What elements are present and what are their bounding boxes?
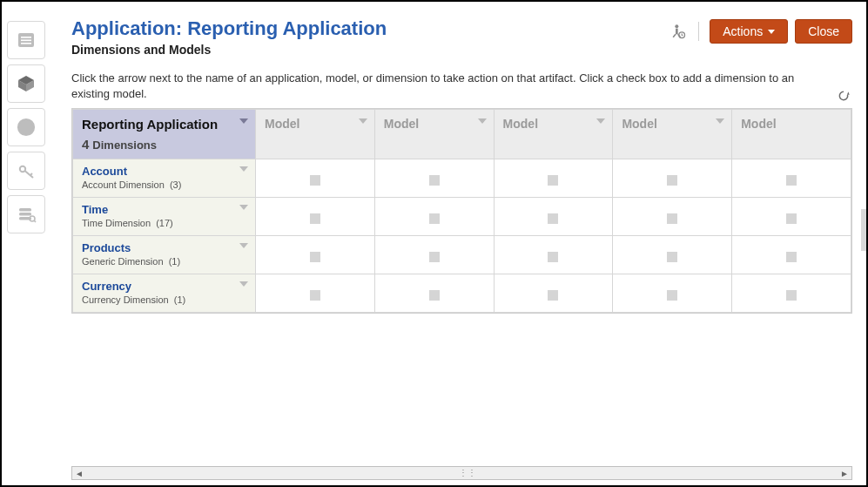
nav-key-icon[interactable]	[7, 152, 45, 190]
model-cell	[732, 159, 851, 198]
model-cell	[494, 274, 613, 313]
table-row: CurrencyCurrency Dimension (1)	[73, 274, 851, 313]
actions-button[interactable]: Actions	[710, 19, 788, 44]
close-button[interactable]: Close	[795, 19, 852, 44]
grid-header-row: Reporting Application 4Dimensions Model …	[73, 110, 851, 159]
model-cell	[374, 159, 494, 198]
dimension-menu-caret[interactable]	[239, 166, 248, 172]
table-row: TimeTime Dimension (17)	[73, 198, 851, 236]
dimension-menu-caret[interactable]	[239, 243, 248, 248]
svg-rect-2	[21, 40, 31, 42]
model-cell	[732, 274, 851, 313]
model-menu-caret[interactable]	[716, 118, 724, 124]
dimension-name[interactable]: Products	[82, 241, 246, 254]
model-header-1: Model	[256, 110, 375, 159]
instruction-text: Click the arrow next to the name of an a…	[71, 71, 852, 101]
left-nav	[7, 21, 50, 233]
dimension-meta: Account Dimension (3)	[82, 179, 246, 190]
dimension-name[interactable]: Time	[82, 203, 246, 216]
app-header-cell: Reporting Application 4Dimensions	[73, 110, 256, 159]
refresh-icon[interactable]	[837, 89, 851, 103]
model-cell	[494, 159, 613, 198]
chevron-down-icon	[768, 30, 775, 34]
model-menu-caret[interactable]	[359, 118, 367, 124]
svg-rect-17	[676, 29, 678, 35]
model-menu-caret[interactable]	[596, 118, 605, 124]
model-cell	[613, 274, 732, 313]
add-dimension-checkbox[interactable]	[667, 252, 677, 262]
add-dimension-checkbox[interactable]	[548, 175, 558, 186]
dimension-cell: AccountAccount Dimension (3)	[73, 159, 256, 198]
nav-cube-icon[interactable]	[7, 64, 45, 103]
add-dimension-checkbox[interactable]	[667, 175, 677, 186]
dimension-meta: Generic Dimension (1)	[82, 256, 246, 267]
add-dimension-checkbox[interactable]	[667, 290, 677, 301]
svg-rect-3	[21, 43, 31, 44]
add-dimension-checkbox[interactable]	[429, 252, 440, 262]
model-header-3: Model	[494, 110, 613, 159]
model-cell	[613, 236, 732, 274]
model-cell	[374, 198, 494, 236]
model-cell	[256, 274, 375, 313]
nav-clock-icon[interactable]	[7, 108, 45, 146]
scroll-grip[interactable]: ⋮⋮	[459, 469, 466, 477]
add-dimension-checkbox[interactable]	[667, 213, 677, 224]
model-cell	[494, 198, 613, 236]
dimension-menu-caret[interactable]	[239, 205, 248, 210]
dimension-cell: TimeTime Dimension (17)	[73, 198, 256, 236]
svg-rect-1	[21, 37, 31, 38]
accessibility-icon[interactable]	[669, 22, 688, 41]
svg-rect-11	[19, 208, 31, 212]
actions-button-label: Actions	[723, 24, 763, 38]
nav-data-icon[interactable]	[7, 195, 45, 233]
svg-point-10	[20, 166, 25, 172]
scroll-track[interactable]: ⋮⋮	[86, 467, 838, 479]
divider	[698, 22, 699, 41]
svg-point-16	[676, 24, 679, 28]
model-cell	[613, 159, 732, 198]
add-dimension-checkbox[interactable]	[429, 213, 440, 224]
dimension-name[interactable]: Currency	[82, 280, 246, 293]
add-dimension-checkbox[interactable]	[310, 213, 320, 224]
dimension-cell: ProductsGeneric Dimension (1)	[73, 236, 256, 274]
model-cell	[256, 236, 375, 274]
app-name: Reporting Application	[82, 117, 246, 132]
add-dimension-checkbox[interactable]	[310, 290, 320, 301]
add-dimension-checkbox[interactable]	[548, 213, 558, 224]
model-header-2: Model	[374, 110, 494, 159]
dimension-meta: Currency Dimension (1)	[82, 294, 246, 305]
add-dimension-checkbox[interactable]	[786, 252, 797, 262]
close-button-label: Close	[808, 24, 839, 38]
svg-line-15	[34, 220, 36, 222]
dimension-name[interactable]: Account	[82, 165, 246, 178]
model-cell	[494, 236, 613, 274]
add-dimension-checkbox[interactable]	[786, 175, 797, 186]
add-dimension-checkbox[interactable]	[429, 290, 440, 301]
add-dimension-checkbox[interactable]	[786, 290, 797, 301]
dimension-menu-caret[interactable]	[239, 281, 248, 287]
model-cell	[374, 236, 494, 274]
dim-count: 4Dimensions	[82, 137, 246, 152]
scroll-right-arrow[interactable]: ►	[838, 467, 851, 479]
model-menu-caret[interactable]	[478, 118, 487, 124]
model-cell	[374, 274, 494, 313]
model-cell	[256, 159, 375, 198]
page-title: Application: Reporting Application	[71, 17, 669, 40]
add-dimension-checkbox[interactable]	[310, 175, 320, 186]
nav-list-icon[interactable]	[7, 21, 45, 59]
add-dimension-checkbox[interactable]	[786, 213, 797, 224]
dimension-meta: Time Dimension (17)	[82, 218, 246, 228]
model-cell	[613, 198, 732, 236]
model-cell	[256, 198, 375, 236]
scroll-left-arrow[interactable]: ◄	[72, 467, 86, 479]
add-dimension-checkbox[interactable]	[310, 252, 320, 262]
add-dimension-checkbox[interactable]	[429, 175, 440, 186]
horizontal-scrollbar[interactable]: ◄ ⋮⋮ ►	[71, 466, 852, 480]
dimensions-grid: Reporting Application 4Dimensions Model …	[71, 108, 852, 314]
model-header-4: Model	[613, 110, 732, 159]
add-dimension-checkbox[interactable]	[548, 252, 558, 262]
page-subtitle: Dimensions and Models	[71, 43, 669, 57]
svg-marker-19	[847, 91, 850, 94]
app-menu-caret[interactable]	[239, 118, 248, 124]
add-dimension-checkbox[interactable]	[548, 290, 558, 301]
